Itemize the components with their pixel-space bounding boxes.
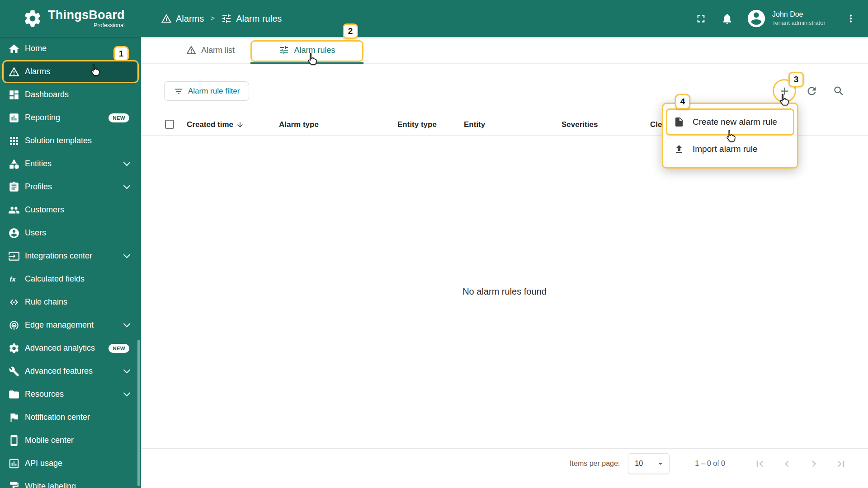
menu-item-create-new-alarm-rule[interactable]: Create new alarm rule	[666, 108, 794, 136]
warning-icon	[8, 66, 20, 78]
sidebar-item-api-usage[interactable]: API usage	[0, 452, 141, 475]
menu-item-import-alarm-rule[interactable]: Import alarm rule	[666, 136, 794, 163]
sidebar-item-label: Users	[25, 228, 46, 238]
column-header-entity-type[interactable]: Entity type	[397, 113, 437, 136]
sidebar-item-integrations-center[interactable]: Integrations center	[0, 244, 141, 267]
annotation-badge-3: 3	[788, 72, 804, 87]
sidebar-item-edge-management[interactable]: Edge management	[0, 314, 141, 337]
bell-icon	[721, 13, 733, 25]
select-all-checkbox[interactable]	[165, 120, 174, 129]
tab-alarm-list[interactable]: Alarm list	[170, 37, 250, 63]
sidebar-item-notification-center[interactable]: Notification center	[0, 406, 141, 429]
rule-chains-icon	[8, 296, 20, 308]
items-per-page-label: Items per page:	[570, 453, 620, 474]
first-page-icon	[754, 458, 766, 470]
previous-page-button[interactable]	[778, 455, 796, 473]
sidebar-item-advanced-analytics[interactable]: Advanced analyticsNEW	[0, 337, 141, 360]
app-edition: Professional	[94, 23, 125, 28]
alarm-rule-filter-button[interactable]: Alarm rule filter	[164, 81, 249, 101]
warning-icon	[186, 45, 197, 56]
tab-label: Alarm list	[201, 46, 235, 55]
notification-icon	[8, 412, 20, 423]
annotation-badge-4: 4	[675, 94, 690, 109]
pagination-range: 1 – 0 of 0	[695, 453, 725, 474]
next-page-button[interactable]	[805, 455, 823, 473]
sidebar-scrollbar[interactable]	[137, 340, 140, 486]
refresh-icon	[806, 85, 818, 97]
search-button[interactable]	[829, 81, 849, 101]
sidebar-item-users[interactable]: Users	[0, 221, 141, 244]
sidebar-item-white-labeling[interactable]: White labeling	[0, 475, 141, 488]
sidebar-item-mobile-center[interactable]: Mobile center	[0, 429, 141, 452]
templates-icon	[8, 135, 20, 147]
sidebar-item-rule-chains[interactable]: Rule chains	[0, 291, 141, 314]
tune-icon	[278, 45, 289, 56]
more-menu-button[interactable]	[841, 9, 861, 28]
last-page-button[interactable]	[832, 455, 850, 473]
breadcrumb-alarm-rules[interactable]: Alarm rules	[221, 13, 282, 24]
menu-item-label: Create new alarm rule	[693, 117, 777, 127]
sidebar-item-label: Resources	[25, 389, 64, 399]
mobile-icon	[8, 435, 20, 446]
fullscreen-icon	[695, 13, 707, 25]
chevron-down-icon	[123, 159, 131, 166]
annotation-badge-1: 1	[113, 46, 129, 61]
refresh-button[interactable]	[802, 81, 821, 101]
white-label-icon	[8, 481, 20, 488]
breadcrumb-alarms[interactable]: Alarms	[161, 13, 204, 24]
sidebar-item-label: Home	[25, 44, 47, 53]
sidebar-item-label: Rule chains	[25, 297, 67, 307]
column-header-cle[interactable]: Cle	[650, 113, 662, 136]
avatar[interactable]	[746, 8, 767, 29]
pager	[750, 453, 850, 474]
notifications-button[interactable]	[717, 9, 737, 28]
kebab-icon	[845, 13, 857, 24]
top-header: ThingsBoard Professional Alarms > Alarm …	[0, 0, 868, 37]
header-actions: John Doe Tenant administrator	[691, 8, 868, 29]
sidebar-item-label: White labeling	[25, 482, 76, 488]
app-logo[interactable]: ThingsBoard Professional	[0, 9, 141, 28]
sidebar-item-advanced-features[interactable]: Advanced features	[0, 360, 141, 383]
features-icon	[8, 366, 20, 377]
chevron-down-icon	[123, 389, 131, 397]
user-menu[interactable]: John Doe Tenant administrator	[772, 10, 831, 27]
warning-icon	[161, 13, 172, 24]
sidebar-item-reporting[interactable]: ReportingNEW	[0, 106, 141, 129]
sidebar-item-label: Integrations center	[25, 251, 92, 261]
filter-button-label: Alarm rule filter	[188, 87, 240, 96]
sidebar-item-customers[interactable]: Customers	[0, 198, 141, 221]
sidebar-item-alarms[interactable]: Alarms	[2, 60, 139, 83]
plus-icon	[778, 85, 791, 97]
breadcrumb-label: Alarms	[176, 14, 204, 24]
users-icon	[8, 227, 20, 239]
chevron-down-icon	[123, 366, 131, 374]
column-header-severities[interactable]: Severities	[561, 113, 598, 136]
tab-alarm-rules[interactable]: Alarm rules	[250, 37, 363, 63]
edge-icon	[8, 319, 20, 331]
sidebar-item-entities[interactable]: Entities	[0, 152, 141, 175]
fx-icon: fx	[8, 273, 20, 285]
thingsboard-logo-icon	[23, 9, 42, 28]
breadcrumb-separator: >	[210, 14, 215, 23]
sidebar-item-calculated-fields[interactable]: fxCalculated fields	[0, 267, 141, 291]
last-page-icon	[835, 458, 847, 470]
column-header-created-time[interactable]: Created time	[187, 113, 244, 136]
sidebar-nav: HomeAlarmsDashboardsReportingNEWSolution…	[0, 37, 141, 488]
first-page-button[interactable]	[750, 455, 769, 473]
sidebar-item-profiles[interactable]: Profiles	[0, 175, 141, 198]
sidebar-item-solution-templates[interactable]: Solution templates	[0, 129, 141, 152]
fullscreen-button[interactable]	[691, 9, 711, 28]
items-per-page-select[interactable]: 10	[628, 453, 670, 474]
user-role: Tenant administrator	[772, 19, 831, 27]
sidebar-item-label: Solution templates	[25, 136, 92, 145]
sidebar-item-label: Dashboards	[25, 90, 69, 99]
sidebar-item-resources[interactable]: Resources	[0, 383, 141, 406]
column-header-alarm-type[interactable]: Alarm type	[279, 113, 319, 136]
column-header-entity[interactable]: Entity	[464, 113, 485, 136]
new-badge: NEW	[108, 344, 129, 353]
home-icon	[8, 43, 20, 55]
tab-label: Alarm rules	[294, 46, 335, 55]
sidebar-item-dashboards[interactable]: Dashboards	[0, 83, 141, 106]
new-badge: NEW	[108, 113, 129, 122]
sidebar-item-label: Advanced analytics	[25, 343, 95, 353]
